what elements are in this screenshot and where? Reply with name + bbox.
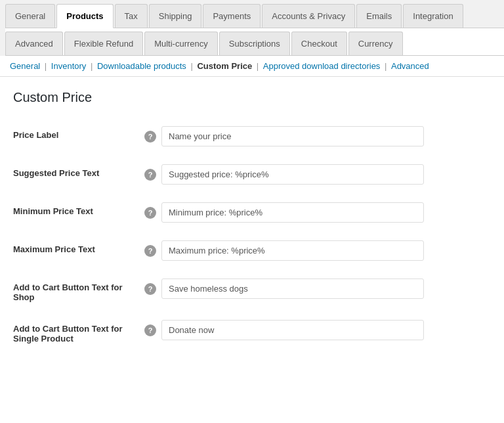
field-label-minimum-price-text: Minimum Price Text	[13, 194, 144, 233]
second-tab-advanced[interactable]: Advanced	[5, 32, 63, 55]
field-label-add-to-cart-shop: Add to Cart Button Text for Shop	[13, 271, 144, 312]
field-cell-add-to-cart-single: ?	[144, 312, 491, 353]
field-cell-price-label: ?	[144, 118, 491, 156]
help-icon-maximum-price-text[interactable]: ?	[144, 245, 156, 257]
breadcrumb-link-advanced[interactable]: Advanced	[391, 61, 429, 71]
field-row-add-to-cart-single: ?	[144, 320, 491, 340]
second-tab-multi-currency[interactable]: Multi-currency	[144, 32, 218, 55]
input-suggested-price-text[interactable]	[161, 164, 424, 185]
top-tab-products[interactable]: Products	[56, 4, 113, 28]
field-cell-add-to-cart-shop: ?	[144, 271, 491, 312]
breadcrumb-current: Custom Price	[197, 61, 252, 71]
field-cell-suggested-price-text: ?	[144, 156, 491, 194]
input-minimum-price-text[interactable]	[161, 202, 424, 223]
help-icon-price-label[interactable]: ?	[144, 131, 156, 143]
field-row-maximum-price-text: ?	[144, 240, 491, 261]
form-row-add-to-cart-shop: Add to Cart Button Text for Shop?	[13, 271, 491, 312]
field-cell-minimum-price-text: ?	[144, 194, 491, 233]
page-title: Custom Price	[13, 90, 491, 105]
breadcrumb-link-downloadable-products[interactable]: Downloadable products	[97, 61, 186, 71]
breadcrumb-sep: |	[42, 61, 49, 71]
breadcrumb-link-inventory[interactable]: Inventory	[51, 61, 86, 71]
form-table: Price Label?Suggested Price Text?Minimum…	[13, 118, 491, 353]
field-label-add-to-cart-single: Add to Cart Button Text for Single Produ…	[13, 312, 144, 353]
help-icon-add-to-cart-single[interactable]: ?	[144, 324, 156, 336]
field-label-suggested-price-text: Suggested Price Text	[13, 156, 144, 194]
breadcrumb-link-general[interactable]: General	[10, 61, 40, 71]
form-row-suggested-price-text: Suggested Price Text?	[13, 156, 491, 194]
field-row-minimum-price-text: ?	[144, 202, 491, 223]
second-tab-flexible-refund[interactable]: Flexible Refund	[64, 32, 143, 55]
top-tab-payments[interactable]: Payments	[203, 4, 261, 28]
second-tab-subscriptions[interactable]: Subscriptions	[219, 32, 290, 55]
breadcrumb-link-approved-download-directories[interactable]: Approved download directories	[263, 61, 381, 71]
second-nav: AdvancedFlexible RefundMulti-currencySub…	[5, 28, 504, 56]
top-tab-general[interactable]: General	[5, 4, 55, 28]
field-row-add-to-cart-shop: ?	[144, 278, 491, 299]
input-maximum-price-text[interactable]	[161, 240, 424, 261]
top-tab-accounts---privacy[interactable]: Accounts & Privacy	[262, 4, 355, 28]
field-cell-maximum-price-text: ?	[144, 233, 491, 271]
field-row-price-label: ?	[144, 126, 491, 146]
top-nav: GeneralProductsTaxShippingPaymentsAccoun…	[5, 0, 504, 28]
footer-area: Save changes	[0, 405, 504, 423]
breadcrumb-sep: |	[254, 61, 261, 71]
form-row-minimum-price-text: Minimum Price Text?	[13, 194, 491, 233]
top-tab-integration[interactable]: Integration	[403, 4, 463, 28]
top-tab-shipping[interactable]: Shipping	[149, 4, 202, 28]
breadcrumb-sep: |	[188, 61, 196, 71]
form-row-add-to-cart-single: Add to Cart Button Text for Single Produ…	[13, 312, 491, 353]
form-row-maximum-price-text: Maximum Price Text?	[13, 233, 491, 271]
input-add-to-cart-shop[interactable]	[161, 278, 424, 299]
help-icon-suggested-price-text[interactable]: ?	[144, 169, 156, 181]
content-area: Custom Price Price Label?Suggested Price…	[0, 77, 504, 405]
input-add-to-cart-single[interactable]	[161, 320, 424, 340]
field-label-maximum-price-text: Maximum Price Text	[13, 233, 144, 271]
help-icon-add-to-cart-shop[interactable]: ?	[144, 283, 156, 295]
input-price-label[interactable]	[161, 126, 424, 146]
second-tab-currency[interactable]: Currency	[348, 32, 403, 55]
field-row-suggested-price-text: ?	[144, 164, 491, 185]
second-tab-checkout[interactable]: Checkout	[291, 32, 347, 55]
help-icon-minimum-price-text[interactable]: ?	[144, 207, 156, 219]
form-row-price-label: Price Label?	[13, 118, 491, 156]
breadcrumb: General | Inventory | Downloadable produ…	[0, 56, 504, 77]
top-tab-tax[interactable]: Tax	[115, 4, 148, 28]
breadcrumb-sep: |	[382, 61, 389, 71]
top-tab-emails[interactable]: Emails	[356, 4, 402, 28]
breadcrumb-sep: |	[88, 61, 95, 71]
field-label-price-label: Price Label	[13, 118, 144, 156]
